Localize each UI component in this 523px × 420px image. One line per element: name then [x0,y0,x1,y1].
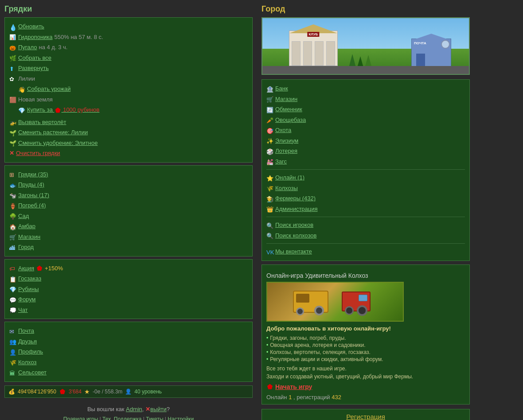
username-link[interactable]: Admin [126,406,142,412]
game-banner [266,282,404,322]
online-link[interactable]: Онлайн (1) [275,173,304,182]
collect-icon: 🌿 [9,54,16,61]
rubies-link[interactable]: Рубины [18,285,39,294]
city-image-content: КЛУБ ПОЧТА [262,18,469,74]
scarecrow-link[interactable]: Пугало [18,43,37,52]
hunt-icon: 🎯 [266,127,273,134]
refresh-icon: 💧 [9,23,16,30]
footer: Вы вошли как Admin, ✕выйти? Правила игры… [4,398,253,420]
land-img: 🟫 [9,96,16,103]
zags-link[interactable]: Загс [275,157,287,166]
rules-link[interactable]: Правила игры [63,416,98,420]
expand-icon: ⬆ [9,65,16,72]
lily-collect-link[interactable]: Собрать урожай [27,85,70,93]
change-plant-link[interactable]: Сменить растение: Лилии [18,128,88,137]
mail-row: ✉ Почта [9,326,248,336]
city-image: КЛУБ ПОЧТА [262,17,470,75]
chat-icon: 💭 [9,306,16,313]
hunt-link[interactable]: Охота [275,126,291,135]
exchange-row: 🔄 Обменник [266,104,465,115]
search-players-link[interactable]: Поиск игроков [275,221,313,229]
bank-icon: 🏦 [266,85,273,92]
kolhozy-link[interactable]: Колхозы [275,184,298,193]
exit-link[interactable]: выйти [150,406,167,412]
vk-row: VK Мы вконтакте [266,246,465,257]
status-bar: 💰 494'084'126'950 3'684 ★ -0е / 558.3m 👤… [4,385,253,398]
farmers-link[interactable]: Фермеры (432) [275,194,316,203]
collect-link[interactable]: Собрать все [18,54,51,62]
kolhoz-icon: 🌾 [9,358,16,366]
council-link[interactable]: Сельсовет [18,368,47,377]
cellar-link[interactable]: Погреб (4) [18,201,46,210]
barn-row: 🏠 Амбар [9,221,248,232]
change-plant-row: 🌱 Сменить растение: Лилии [9,127,248,138]
settings-link[interactable]: Настройки [168,416,194,420]
refresh-link[interactable]: Обновить [18,22,44,31]
search-kolhozy-row: 🔍 Поиск колхозов [266,230,465,241]
chat-link[interactable]: Чат [18,306,28,315]
helicopter-link[interactable]: Вызвать вертолёт [18,118,66,127]
reg-count: 432 [332,394,341,401]
hydro-row: 📊 Гидропоника 550% на 57 м. 8 с. [9,32,248,43]
lily-collect-row: 👋 Собрать урожай [9,84,248,94]
elysium-row: ✨ Элизиум [266,136,465,146]
garden-link[interactable]: Сад [18,212,29,221]
city-nav-link[interactable]: Город [18,243,34,252]
scarecrow-icon: 🎃 [9,44,16,51]
farmers-icon: 👨‍🌾 [266,195,273,202]
ponds-link[interactable]: Пруды (4) [18,180,44,189]
reg-title-link[interactable]: Регистрация [346,413,385,420]
exchange-link[interactable]: Обменник [275,105,302,114]
combine-harvester [293,286,333,317]
forum-link[interactable]: Форум [18,295,36,304]
mail-icon: ✉ [9,327,16,334]
mail-link[interactable]: Почта [18,327,34,335]
support-link[interactable]: Тех. Поддержка [102,416,141,420]
admin-city-link[interactable]: Администрация [275,205,318,214]
logged-as-text: Вы вошли как [87,406,124,412]
rubies-icon: 💎 [9,285,16,292]
lottery-row: 🎲 Лотерея [266,146,465,156]
level-value: 40 уровень [134,389,162,395]
profile-icon: 👤 [9,348,16,355]
tractor [342,287,377,316]
vegbase-link[interactable]: Овощебаза [275,116,306,124]
bullet-1: Грядки, загоны, погреб, пруды. [266,334,465,342]
change-fertilizer-link[interactable]: Сменить удобрение: Элитное [18,139,98,148]
ponds-row: 🐟 Пруды (4) [9,179,248,190]
friends-row: 👥 Друзья [9,336,248,347]
land-buy-link[interactable]: Купить за 1000 рубинов [27,105,99,114]
lottery-link[interactable]: Лотерея [275,147,297,156]
beds-nav-link[interactable]: Грядки (35) [18,170,48,179]
bullet-4: Регулярные акции и скидки, активный фору… [266,356,465,363]
hydro-link[interactable]: Гидропоника [18,33,53,42]
forum-icon: 💬 [9,296,16,303]
vk-link[interactable]: Мы вконтакте [275,247,312,256]
bank-link[interactable]: Банк [275,84,288,93]
invite-text: Все это тебя ждет в нашей игре. [266,366,465,372]
expand-link[interactable]: Развернуть [18,64,49,73]
lily-img: ✿ [9,75,16,82]
pens-link[interactable]: Загоны (17) [18,191,49,200]
zags-icon: 💒 [266,158,273,165]
nav-box: ⊞ Грядки (35) 🐟 Пруды (4) 🐄 Загоны (17) … [4,165,253,257]
elysium-link[interactable]: Элизиум [275,136,298,145]
tickets-link[interactable]: Тикеты [146,416,163,420]
friends-link[interactable]: Друзья [18,337,37,346]
rubies-row: 💎 Рубины [9,284,248,295]
barn-link[interactable]: Амбар [18,222,35,231]
online-row: ⭐ Онлайн (1) [266,172,465,183]
bullet-3: Колхозы, вертолеты, селекция, госзаказ. [266,349,465,356]
hydro-icon: 📊 [9,33,16,40]
shop-nav-link[interactable]: Магазин [18,233,40,241]
search-kolhozy-link[interactable]: Поиск колхозов [275,231,316,240]
clear-link[interactable]: Очистить грядки [16,149,60,158]
profile-link[interactable]: Профиль [18,347,43,356]
start-game-link[interactable]: Начать игру [275,383,312,390]
land-label: Новая земля [18,95,53,104]
kolhoz-link[interactable]: Колхоз [18,358,37,367]
chat-row: 💭 Чат [9,305,248,315]
gov-link[interactable]: Госзаказ [18,274,41,283]
shop-city-link[interactable]: Магазин [275,95,297,104]
sale-link[interactable]: Акция [18,264,34,273]
